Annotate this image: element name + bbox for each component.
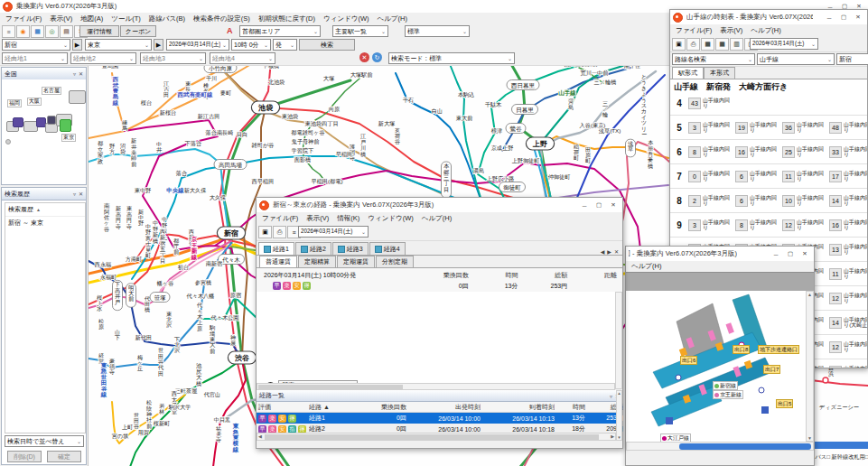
maximize-icon[interactable]: ▢ (837, 13, 850, 23)
timetable-cell[interactable]: 16山手線内回り (735, 146, 782, 158)
minute-box[interactable]: 12 (829, 341, 842, 353)
menu-item[interactable]: ヘルプ(H) (422, 214, 452, 223)
close-icon[interactable]: ✕ (852, 13, 864, 23)
minute-box[interactable]: 3 (688, 219, 701, 231)
detail-hscrollbar[interactable] (257, 383, 615, 390)
timetable-cell[interactable]: 8山手線内回り (688, 146, 735, 158)
timetable-cell[interactable]: 13山手線内回り (829, 244, 867, 256)
menu-item[interactable]: ファイル(F) (262, 214, 298, 223)
depart-arrive-select[interactable]: 発⌄ (273, 39, 297, 51)
map-mark-icon[interactable]: A (227, 26, 233, 35)
close-icon[interactable]: ✕ (798, 249, 811, 259)
detail-vscrollbar[interactable] (615, 292, 622, 389)
close-icon[interactable]: ✕ (79, 70, 83, 77)
timetable-cell[interactable]: 11山手線内回り (829, 268, 867, 280)
timetable-cell[interactable]: 3山手線内回り (688, 219, 735, 231)
delete-button[interactable]: 削除(D) (7, 451, 42, 462)
timetable-cell[interactable]: 0山手線内回り (688, 171, 735, 182)
list-hscrollbar[interactable]: ◀ ▶ (257, 433, 616, 441)
toolbar-icon[interactable]: ▦ (701, 38, 714, 51)
map-style-select[interactable]: 標準⌄ (405, 25, 470, 37)
timetable-cell[interactable]: 17山手線内回り (829, 171, 867, 182)
minute-box[interactable]: 11 (782, 171, 795, 182)
close-icon[interactable]: ✕ (607, 200, 620, 210)
region-box-nagoya[interactable] (47, 116, 56, 125)
toolbar-icon[interactable]: ▦ (31, 25, 44, 38)
menu-item[interactable]: ファイル(F) (5, 14, 42, 23)
timetable-cell[interactable]: 13山手線内回り (829, 366, 867, 368)
minute-box[interactable]: 14 (829, 195, 842, 207)
region-box-tokyo[interactable] (60, 119, 71, 132)
toolbar-icon[interactable]: ⎙ (686, 38, 700, 51)
column-header[interactable]: 評価 (257, 403, 309, 412)
menu-item[interactable]: ウィンドウ(W) (368, 214, 413, 223)
menu-item[interactable]: 地図(A) (80, 14, 103, 23)
station-select[interactable]: 新宿 (836, 53, 868, 65)
minute-box[interactable]: 13 (829, 366, 842, 368)
minute-box[interactable]: 10 (782, 195, 795, 207)
timetable-cell[interactable]: 25山手線内回り (782, 146, 829, 158)
pin-icon[interactable]: ▿ (73, 70, 76, 77)
timetable-cell[interactable]: 48山手線内回り (829, 122, 867, 134)
minute-box[interactable]: 12 (782, 219, 795, 231)
minute-box[interactable]: 12 (829, 293, 842, 304)
area-select[interactable]: 首都圏エリア⌄ (239, 25, 321, 37)
fare-tab[interactable]: 普通運賃 (259, 256, 297, 267)
minimize-icon[interactable]: ─ (823, 13, 835, 23)
minimize-icon[interactable]: ─ (578, 200, 591, 210)
toolbar-icon[interactable]: ▥ (730, 38, 743, 51)
tab-route3[interactable]: 経路3 (332, 242, 369, 255)
timetable-cell[interactable]: 14山手線内回り (829, 195, 867, 207)
menu-item[interactable]: 表示(V) (720, 26, 742, 35)
tab-station-format[interactable]: 駅形式 (672, 67, 704, 79)
minute-box[interactable]: 48 (829, 122, 842, 134)
confirm-button[interactable]: 確定 (47, 451, 81, 462)
menu-help[interactable]: ヘルプ(H) (631, 262, 661, 271)
fare-tab[interactable]: 定期精算 (298, 256, 336, 267)
menu-item[interactable]: 路線バス(B) (149, 14, 185, 23)
minute-box[interactable]: 16 (735, 146, 748, 158)
close-icon[interactable]: ✕ (79, 191, 83, 197)
minute-box[interactable]: 17 (829, 171, 842, 182)
from-station-input[interactable]: 新宿⌄ (2, 39, 70, 51)
fare-tab[interactable]: 定期運賃 (337, 256, 375, 267)
timetable-cell[interactable]: 8山手線内回り (735, 219, 782, 231)
menu-item[interactable]: 表示(V) (306, 214, 329, 223)
minute-box[interactable]: 11 (829, 268, 842, 280)
toolbar-icon[interactable]: ◎ (45, 25, 59, 38)
tab-scroll-left-icon[interactable]: ◀ (601, 248, 605, 255)
via-4-input[interactable]: 経由地4⌄ (210, 52, 275, 64)
via-1-input[interactable]: 経由地1⌄ (2, 52, 68, 64)
to-next-button[interactable]: ▶ (154, 39, 163, 51)
minute-box[interactable]: 33 (829, 146, 842, 158)
tab-scroll-right-icon[interactable]: ▶ (607, 248, 611, 255)
menu-item[interactable]: ウィンドウ(W) (323, 14, 369, 23)
fare-tab[interactable]: 分割定期 (376, 256, 414, 267)
tab-route4[interactable]: 経路4 (369, 242, 406, 255)
stationmap-vscrollbar[interactable]: ▲ ▼ (806, 291, 814, 442)
minimize-icon[interactable]: ─ (770, 249, 782, 259)
history-list-header[interactable]: 検索履歴 (8, 205, 33, 214)
tab-route2[interactable]: 経路2 (295, 242, 331, 255)
menu-item[interactable]: ファイル(F) (676, 26, 712, 35)
timetable-cell[interactable]: 3山手線内回り (688, 122, 735, 134)
tab-route1[interactable]: 経路1 (258, 242, 294, 255)
timetable-cell[interactable]: 33山手線内回り (829, 146, 867, 158)
stationmap-canvas[interactable]: 出口8地下歩道連絡口出口6出口7出口5出口4新宿線京王新線大江戸線丸ノ内線代々木 (626, 291, 806, 442)
pin-icon[interactable]: ▿ (610, 393, 612, 399)
via-2-input[interactable]: 経由地2⌄ (70, 52, 136, 64)
history-item[interactable]: 新宿 ～ 東京 (5, 217, 85, 229)
time-select[interactable]: 10時 0分⌄ (231, 39, 271, 51)
menu-item[interactable]: ヘルプ(H) (377, 14, 406, 23)
line-search-select[interactable]: 路線名検索⌄ (672, 53, 755, 65)
scroll-thumb[interactable] (679, 443, 811, 450)
minute-box[interactable]: 2 (688, 195, 701, 207)
toolbar-icon[interactable]: ≡ (2, 25, 15, 38)
minute-box[interactable]: 3 (688, 122, 701, 134)
timetable-cell[interactable]: 6山手線内回り (735, 195, 782, 207)
maximize-icon[interactable]: ▢ (593, 200, 605, 210)
timetable-cell[interactable]: 10山手線内回り (782, 195, 829, 207)
menu-item[interactable]: 表示(V) (50, 14, 72, 23)
tab-train-format[interactable]: 本形式 (704, 67, 735, 79)
column-header[interactable]: 経路 ▲ (309, 403, 356, 412)
